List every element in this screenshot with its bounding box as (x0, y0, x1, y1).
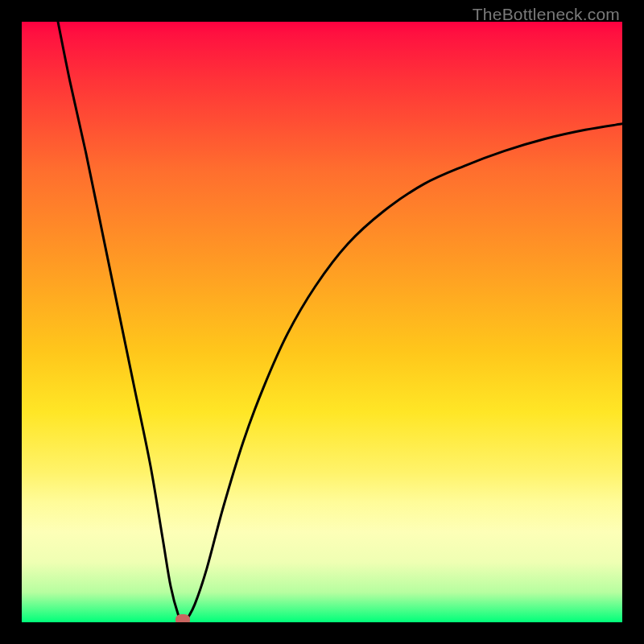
chart-frame: TheBottleneck.com (0, 0, 644, 644)
bottleneck-curve (58, 22, 622, 622)
plot-area (22, 22, 622, 622)
curve-svg (22, 22, 622, 622)
minimum-marker (175, 614, 190, 622)
